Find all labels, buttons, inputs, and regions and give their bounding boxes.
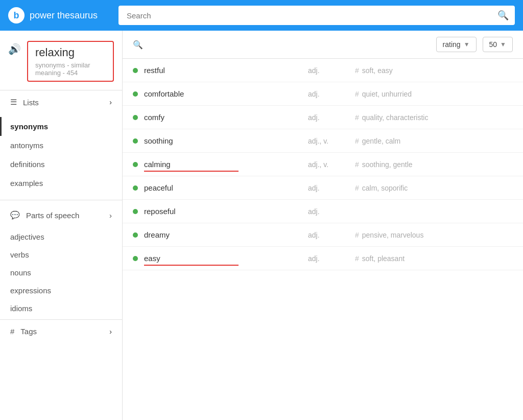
synonym-pos: adj.: [308, 231, 349, 239]
hash-icon: #: [355, 184, 359, 192]
parts-of-speech-label: Parts of speech: [26, 211, 79, 220]
table-row: peaceful adj. #calm, soporific: [123, 176, 523, 200]
nav-item-examples[interactable]: examples: [0, 174, 122, 193]
synonym-pos: adj.: [308, 254, 349, 263]
sidebar: 🔊 relaxing synonyms - similar meaning - …: [0, 31, 123, 420]
synonym-word[interactable]: peaceful: [144, 183, 302, 192]
word-box: relaxing synonyms - similar meaning - 45…: [27, 41, 114, 82]
count-chevron-icon: ▼: [500, 41, 506, 48]
search-input[interactable]: [118, 6, 515, 25]
synonym-word[interactable]: comfortable: [144, 89, 302, 98]
nav-item-definitions[interactable]: definitions: [0, 155, 122, 174]
status-dot: [133, 162, 138, 167]
synonym-tags: #soft, pleasant: [355, 254, 513, 263]
table-row: restful adj. #soft, easy: [123, 59, 523, 82]
hash-icon: #: [355, 254, 359, 263]
synonym-word[interactable]: comfy: [144, 113, 302, 122]
status-dot: [133, 138, 138, 144]
pos-item-adjectives[interactable]: adjectives: [0, 228, 122, 246]
synonym-word[interactable]: dreamy: [144, 230, 302, 239]
table-row: dreamy adj. #pensive, marvelous: [123, 223, 523, 247]
sidebar-lists-button[interactable]: ☰ Lists ›: [0, 90, 122, 114]
lists-chevron-icon: ›: [109, 98, 112, 106]
app-name: power thesaurus: [30, 10, 98, 21]
synonym-tags: #soothing, gentle: [355, 160, 513, 169]
synonym-tags: #quality, characteristic: [355, 113, 513, 122]
status-dot: [133, 209, 138, 214]
synonym-tags: #calm, soporific: [355, 184, 513, 192]
status-dot: [133, 91, 138, 97]
synonym-pos: adj., v.: [308, 137, 349, 145]
sound-icon[interactable]: 🔊: [8, 43, 21, 55]
synonym-pos: adj.: [308, 207, 349, 216]
table-row: comfy adj. #quality, characteristic: [123, 106, 523, 129]
pos-item-expressions[interactable]: expressions: [0, 282, 122, 299]
pos-items: adjectives verbs nouns expressions idiom…: [0, 226, 122, 319]
table-row: comfortable adj. #quiet, unhurried: [123, 82, 523, 106]
table-row: reposeful adj.: [123, 200, 523, 223]
pos-item-nouns[interactable]: nouns: [0, 264, 122, 282]
hash-icon: #: [355, 137, 359, 145]
status-dot: [133, 68, 138, 73]
status-dot: [133, 232, 138, 238]
table-row: calming adj., v. #soothing, gentle: [123, 153, 523, 176]
synonym-pos: adj., v.: [308, 160, 349, 169]
hash-icon: #: [355, 160, 359, 169]
synonym-tags: #quiet, unhurried: [355, 90, 513, 98]
synonym-word[interactable]: easy: [144, 254, 302, 263]
filter-bar: 🔍 rating ▼ 50 ▼: [123, 31, 523, 59]
lists-icon: ☰: [10, 98, 17, 107]
synonym-tags: #pensive, marvelous: [355, 231, 513, 239]
tags-icon: #: [10, 327, 14, 336]
header: b power thesaurus 🔍: [0, 0, 523, 31]
synonym-word[interactable]: restful: [144, 66, 302, 75]
pos-item-idioms[interactable]: idioms: [0, 299, 122, 317]
tags-label: Tags: [20, 327, 37, 336]
synonym-pos: adj.: [308, 113, 349, 122]
rating-label: rating: [443, 40, 461, 49]
synonym-tags: #gentle, calm: [355, 137, 513, 145]
synonym-pos: adj.: [308, 184, 349, 192]
status-dot: [133, 115, 138, 120]
pos-chevron-icon: ›: [109, 211, 112, 220]
nav-item-antonyms[interactable]: antonyms: [0, 136, 122, 155]
search-icon: 🔍: [497, 10, 509, 21]
parts-of-speech-icon: 💬: [10, 211, 20, 220]
table-row: easy adj. #soft, pleasant: [123, 247, 523, 270]
synonym-word[interactable]: reposeful: [144, 207, 302, 216]
hash-icon: #: [355, 113, 359, 122]
nav-item-synonyms[interactable]: synonyms: [0, 117, 122, 136]
hash-icon: #: [355, 90, 359, 98]
rating-chevron-icon: ▼: [464, 41, 470, 48]
filter-search: 🔍: [133, 40, 430, 50]
synonym-word[interactable]: soothing: [144, 136, 302, 145]
lists-label: Lists: [23, 98, 39, 107]
search-container: 🔍: [118, 6, 515, 25]
sidebar-divider: [0, 200, 122, 200]
logo: b power thesaurus: [8, 7, 110, 24]
parts-of-speech-header[interactable]: 💬 Parts of speech ›: [0, 204, 122, 226]
synonym-word[interactable]: calming: [144, 160, 302, 169]
content: 🔍 rating ▼ 50 ▼ restful adj. #soft, easy…: [123, 31, 523, 420]
hash-icon: #: [355, 231, 359, 239]
synonym-pos: adj.: [308, 90, 349, 98]
table-row: soothing adj., v. #gentle, calm: [123, 129, 523, 153]
hash-icon: #: [355, 66, 359, 75]
tags-chevron-icon: ›: [109, 328, 112, 336]
count-label: 50: [489, 40, 497, 49]
nav-items: synonyms antonyms definitions examples: [0, 114, 122, 196]
filter-search-icon: 🔍: [133, 40, 143, 50]
synonym-table: restful adj. #soft, easy comfortable adj…: [123, 59, 523, 270]
logo-icon: b: [8, 7, 25, 24]
synonym-tags: #soft, easy: [355, 66, 513, 75]
synonym-pos: adj.: [308, 66, 349, 75]
rating-dropdown[interactable]: rating ▼: [436, 37, 477, 52]
count-dropdown[interactable]: 50 ▼: [483, 37, 513, 52]
word-area: 🔊 relaxing synonyms - similar meaning - …: [0, 31, 122, 90]
sidebar-tags-button[interactable]: # Tags ›: [0, 319, 122, 343]
word-subtitle: synonyms - similar meaning - 454: [35, 61, 106, 77]
main-layout: 🔊 relaxing synonyms - similar meaning - …: [0, 31, 523, 420]
status-dot: [133, 256, 138, 261]
status-dot: [133, 185, 138, 191]
pos-item-verbs[interactable]: verbs: [0, 246, 122, 264]
